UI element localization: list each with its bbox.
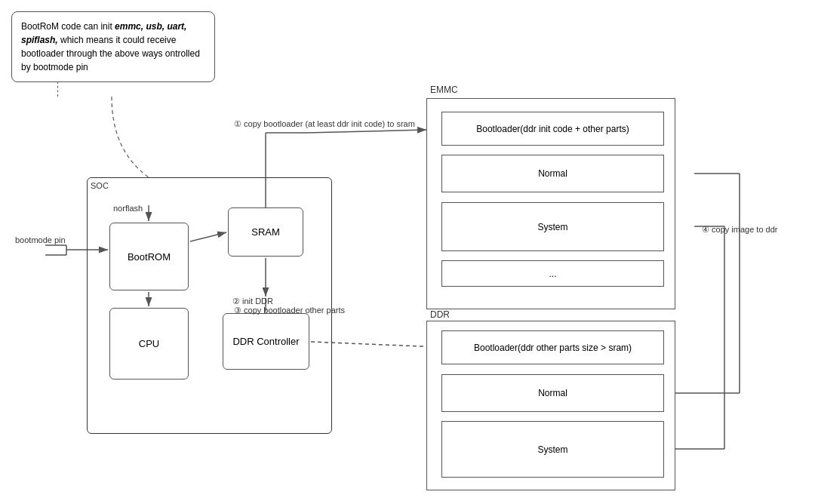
callout-box: BootRoM code can init emmc, usb, uart, s… bbox=[11, 11, 215, 82]
ddr-system-label: System bbox=[537, 444, 567, 455]
step3-annotation: ③ copy bootloader other parts bbox=[234, 306, 345, 315]
emmc-normal-box: Normal bbox=[441, 155, 664, 192]
emmc-bootloader-label: Bootloader(ddr init code + other parts) bbox=[476, 124, 629, 134]
ddr-bootloader-box: Bootloader(ddr other parts size > sram) bbox=[441, 330, 664, 364]
emmc-normal-label: Normal bbox=[538, 168, 567, 179]
ddr-label: DDR bbox=[430, 309, 450, 320]
ddr-controller-label: DDR Controller bbox=[232, 336, 299, 347]
emmc-label: EMMC bbox=[430, 85, 458, 95]
ddr-normal-box: Normal bbox=[441, 374, 664, 412]
ddr-normal-label: Normal bbox=[538, 388, 567, 398]
bootmode-pin-label: bootmode pin bbox=[15, 235, 66, 244]
ddr-bootloader-label: Bootloader(ddr other parts size > sram) bbox=[474, 343, 632, 353]
svg-line-10 bbox=[306, 130, 426, 133]
cpu-label: CPU bbox=[139, 338, 159, 349]
emmc-bootloader-box: Bootloader(ddr init code + other parts) bbox=[441, 112, 664, 146]
callout-text: BootRoM code can init emmc, usb, uart, s… bbox=[21, 21, 200, 72]
ddr-controller-box: DDR Controller bbox=[223, 313, 309, 370]
bootrom-label: BootROM bbox=[128, 251, 171, 263]
step1-label: ① copy bootloader (at least ddr init cod… bbox=[234, 119, 415, 129]
diagram-container: BootRoM code can init emmc, usb, uart, s… bbox=[0, 0, 815, 504]
step4-label: ④ copy image to ddr bbox=[702, 225, 778, 235]
sram-label: SRAM bbox=[251, 226, 280, 238]
bootrom-box: BootROM bbox=[109, 223, 189, 290]
sram-box: SRAM bbox=[228, 207, 303, 257]
emmc-system-label: System bbox=[537, 222, 567, 232]
emmc-dots-label: ... bbox=[549, 269, 556, 279]
emmc-dots-box: ... bbox=[441, 260, 664, 287]
ddr-system-box: System bbox=[441, 421, 664, 478]
emmc-system-box: System bbox=[441, 202, 664, 251]
cpu-box: CPU bbox=[109, 308, 189, 380]
norflash-label: norflash bbox=[113, 204, 143, 213]
